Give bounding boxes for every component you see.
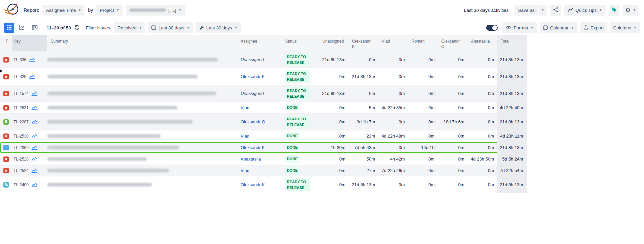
column-header-summary[interactable]: Summary bbox=[47, 35, 237, 51]
time-cell-oleksandr-k: 21d 8h 13m bbox=[349, 176, 378, 193]
time-cell-oleksandr-k: 21d 8h 13m bbox=[349, 68, 378, 85]
column-header-oleksandr-o[interactable]: Oleksandr O bbox=[438, 35, 468, 51]
assignee-link[interactable]: Vlad bbox=[241, 168, 249, 173]
time-cell-unassigned: 0m bbox=[319, 114, 349, 130]
export-icon bbox=[584, 25, 588, 31]
issue-key-link[interactable]: TL-2524 bbox=[14, 168, 29, 173]
chevron-down-icon: ▼ bbox=[634, 26, 637, 29]
report-type-dropdown[interactable]: Assignee Time ▼ bbox=[43, 5, 84, 16]
issue-key-link[interactable]: TL-2400 bbox=[14, 182, 29, 187]
status-badge: DONE bbox=[285, 104, 299, 111]
column-header-roman[interactable]: Roman bbox=[408, 35, 438, 51]
column-header-type[interactable]: T bbox=[0, 35, 12, 51]
table-row[interactable]: TL-2400 Oleksandr K READY TO RELEASE 0m … bbox=[0, 176, 527, 193]
issue-key-link[interactable]: TL-325 bbox=[14, 74, 26, 79]
by-label: by bbox=[88, 7, 93, 13]
time-cell-roman: 14d 1h bbox=[408, 142, 438, 153]
columns-dropdown[interactable]: Columns ▼ bbox=[610, 22, 640, 33]
quick-tips-button[interactable]: Quick Tips ▼ bbox=[564, 5, 605, 16]
filter-status-dropdown[interactable]: Resolved ▼ bbox=[114, 22, 145, 33]
assignee-link[interactable]: Unassigned bbox=[241, 57, 264, 62]
issue-key-link[interactable]: TL-2287 bbox=[14, 120, 29, 124]
column-header-status[interactable]: Status bbox=[282, 35, 319, 51]
issue-chart-icon[interactable] bbox=[31, 120, 38, 124]
issue-chart-icon[interactable] bbox=[29, 57, 35, 62]
column-header-total[interactable]: Total bbox=[497, 35, 527, 51]
grid-icon bbox=[7, 25, 11, 31]
table-header: T Key ↓ Summary Assignee Status Unassign… bbox=[0, 35, 527, 51]
column-header-unassigned[interactable]: Unassigned bbox=[319, 35, 349, 51]
table-row[interactable]: TL-2369 Oleksandr K DONE 1h 30m 7d 5h 43… bbox=[0, 142, 527, 153]
column-header-assignee[interactable]: Assignee bbox=[237, 35, 282, 51]
table-row[interactable]: TL-325 Oleksandr K READY TO RELEASE 0m 2… bbox=[0, 68, 527, 85]
issue-chart-icon[interactable] bbox=[31, 91, 38, 96]
column-header-oleksandr-k[interactable]: Oleksandr K bbox=[349, 35, 378, 51]
time-cell-anastasiia: 0m bbox=[468, 51, 497, 68]
issue-type-icon bbox=[3, 57, 9, 63]
share-button[interactable] bbox=[550, 5, 561, 16]
issue-chart-icon[interactable] bbox=[29, 74, 35, 79]
column-header-anastasiia[interactable]: Anastasiia bbox=[468, 35, 497, 51]
time-cell-roman: 0m bbox=[408, 130, 438, 142]
worklog-range-dropdown[interactable]: Last 30 days ▼ bbox=[196, 22, 241, 33]
time-cell-anastasiia: 4d 23h 50m bbox=[468, 153, 497, 165]
calendar-view-dropdown[interactable]: Calendar ▼ bbox=[540, 22, 577, 33]
table-row[interactable]: TL-2287 Oleksandr O READY TO RELEASE 0m … bbox=[0, 114, 527, 130]
chart-view-button[interactable] bbox=[17, 23, 27, 33]
date-range-value: Last 30 days bbox=[158, 25, 184, 30]
issue-chart-icon[interactable] bbox=[31, 182, 38, 187]
color-mode-toggle[interactable] bbox=[486, 25, 498, 31]
table-row[interactable]: TL-2530 Vlad DONE 0m 23m 4d 22h 48m 0m 0… bbox=[0, 130, 527, 142]
issue-chart-icon[interactable] bbox=[31, 134, 38, 138]
issue-key-link[interactable]: TL-2528 bbox=[14, 157, 29, 162]
assignee-link[interactable]: Unassigned bbox=[241, 91, 264, 96]
table-row[interactable]: TL-2528 Anastasiia DONE 0m 50m 4h 42m 0m… bbox=[0, 153, 527, 165]
group-by-dropdown[interactable]: Project ▼ bbox=[96, 5, 123, 16]
report-label: Report: bbox=[24, 7, 39, 13]
save-as-button[interactable]: Save as bbox=[515, 5, 538, 16]
time-cell-roman: 0m bbox=[408, 176, 438, 193]
issue-chart-icon[interactable] bbox=[31, 157, 38, 161]
issue-chart-icon[interactable] bbox=[31, 168, 38, 173]
column-header-key[interactable]: Key ↓ bbox=[12, 35, 47, 51]
table-row[interactable]: TL-2531 Vlad DONE 0m 5m 4d 22h 35m 0m 0m… bbox=[0, 102, 527, 114]
status-badge: DONE bbox=[285, 155, 299, 163]
assignee-link[interactable]: Oleksandr K bbox=[241, 182, 265, 187]
issue-chart-icon[interactable] bbox=[31, 145, 38, 150]
table-row[interactable]: TL-1574 Unassigned READY TO RELEASE 21d … bbox=[0, 85, 527, 102]
share-icon bbox=[553, 7, 558, 13]
issue-key-link[interactable]: TL-1574 bbox=[14, 91, 29, 96]
format-dropdown[interactable]: Format ▼ bbox=[502, 22, 537, 33]
summary-blurred-text bbox=[47, 106, 177, 109]
save-as-dropdown-button[interactable]: ▼ bbox=[539, 5, 547, 16]
tag-button[interactable] bbox=[609, 5, 619, 16]
board-view-button[interactable] bbox=[30, 23, 40, 33]
date-range-dropdown[interactable]: Last 30 days ▼ bbox=[148, 22, 193, 33]
grid-view-button[interactable] bbox=[4, 23, 14, 33]
issue-key-link[interactable]: TL-2369 bbox=[14, 145, 29, 150]
assignee-link[interactable]: Oleksandr O bbox=[241, 119, 265, 124]
column-header-vlad[interactable]: Vlad bbox=[378, 35, 408, 51]
table-row[interactable]: TL-336 Unassigned READY TO RELEASE 21d 8… bbox=[0, 51, 527, 68]
assignee-link[interactable]: Oleksandr K bbox=[241, 145, 265, 150]
assignee-link[interactable]: Vlad bbox=[241, 105, 249, 110]
settings-button[interactable]: ⚙ ▼ bbox=[623, 5, 639, 16]
summary-blurred-text bbox=[47, 146, 179, 149]
issue-chart-icon[interactable] bbox=[31, 105, 38, 110]
project-suffix: [TL] bbox=[168, 8, 176, 13]
assignee-link[interactable]: Oleksandr K bbox=[241, 74, 265, 79]
time-cell-oleksandr-k: 50m bbox=[349, 153, 378, 165]
refresh-button[interactable] bbox=[74, 24, 80, 31]
issue-key-link[interactable]: TL-2530 bbox=[14, 134, 29, 139]
table-row[interactable]: TL-2524 Vlad DONE 0m 27m 7d 22h 26m 0m 0… bbox=[0, 165, 527, 176]
assignee-link[interactable]: Anastasiia bbox=[241, 156, 261, 162]
export-button[interactable]: Export bbox=[580, 22, 607, 33]
issue-key-link[interactable]: TL-2531 bbox=[14, 105, 29, 110]
time-cell-oleksandr-o: 0m bbox=[438, 68, 468, 85]
time-cell-unassigned: 0m bbox=[319, 176, 349, 193]
issue-key-link[interactable]: TL-336 bbox=[14, 57, 26, 62]
assignee-link[interactable]: Vlad bbox=[241, 133, 249, 139]
time-cell-oleksandr-o: 0m bbox=[438, 102, 468, 113]
time-cell-oleksandr-o: 0m bbox=[438, 176, 468, 193]
project-dropdown[interactable]: [TL] ▼ bbox=[126, 5, 185, 16]
